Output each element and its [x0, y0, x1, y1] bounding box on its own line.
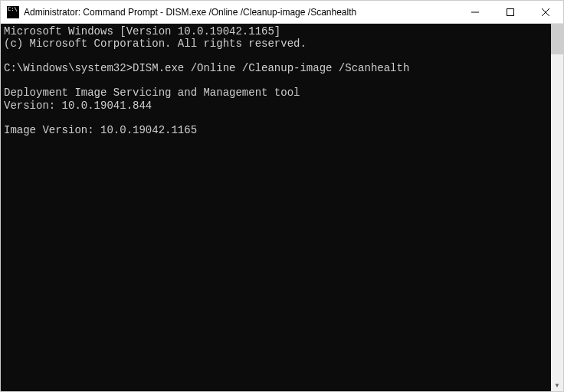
vertical-scrollbar[interactable]: ▲ ▼	[551, 24, 563, 391]
close-button[interactable]	[528, 1, 563, 23]
console-line: Microsoft Windows [Version 10.0.19042.11…	[4, 25, 280, 38]
close-icon	[542, 8, 549, 16]
scroll-thumb[interactable]	[551, 24, 563, 54]
svg-rect-1	[507, 8, 514, 15]
maximize-icon	[507, 8, 514, 16]
minimize-button[interactable]	[457, 1, 493, 23]
console-line: Deployment Image Servicing and Managemen…	[4, 87, 300, 99]
console-output[interactable]: Microsoft Windows [Version 10.0.19042.11…	[1, 24, 551, 391]
titlebar: Administrator: Command Prompt - DISM.exe…	[1, 1, 563, 24]
maximize-button[interactable]	[493, 1, 528, 23]
console-line: (c) Microsoft Corporation. All rights re…	[4, 38, 307, 50]
window-controls	[457, 1, 563, 23]
window-title: Administrator: Command Prompt - DISM.exe…	[24, 7, 457, 18]
console-area: Microsoft Windows [Version 10.0.19042.11…	[1, 24, 563, 391]
cmd-icon	[7, 6, 19, 18]
console-line: Version: 10.0.19041.844	[4, 100, 152, 112]
console-line: Image Version: 10.0.19042.1165	[4, 124, 197, 136]
minimize-icon	[471, 8, 479, 16]
console-line: C:\Windows\system32>DISM.exe /Online /Cl…	[4, 62, 409, 74]
scroll-down-arrow-icon[interactable]: ▼	[551, 379, 563, 391]
